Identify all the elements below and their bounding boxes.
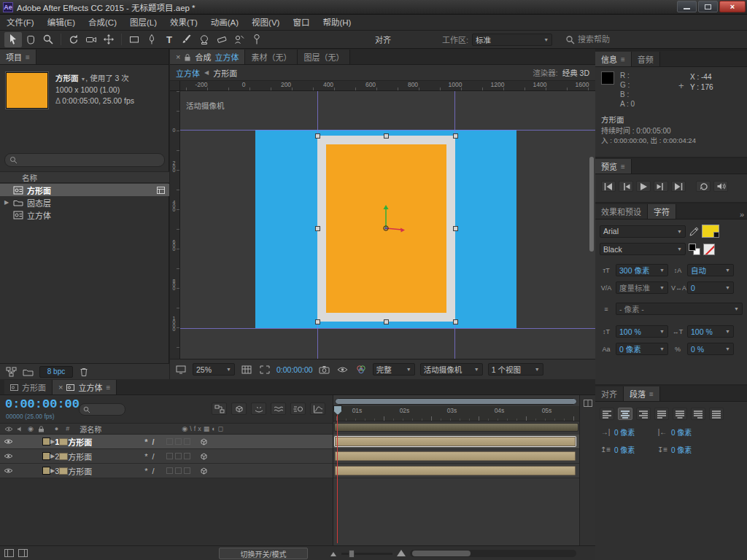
tab-timeline-active[interactable]: × 立方体 ≡ xyxy=(53,380,117,394)
frame-blend-switch[interactable] xyxy=(175,438,182,445)
panel-menu-icon[interactable]: ≡ xyxy=(106,384,110,392)
layer-duration-bar[interactable] xyxy=(335,466,576,475)
close-button[interactable]: × xyxy=(719,1,746,12)
new-folder-icon[interactable] xyxy=(23,368,34,376)
align-center-icon[interactable] xyxy=(618,408,632,420)
shy-icon[interactable] xyxy=(251,402,266,415)
project-flowchart-icon[interactable] xyxy=(6,367,17,377)
help-search-input[interactable] xyxy=(578,35,643,44)
toggle-switches-pane-icon[interactable] xyxy=(4,549,14,557)
lock-icon[interactable] xyxy=(184,53,191,61)
previous-frame-button[interactable] xyxy=(619,181,633,192)
rectangle-tool-icon[interactable] xyxy=(125,32,143,47)
project-row-folder[interactable]: ▶ 固态层 xyxy=(0,196,169,209)
panel-menu-icon[interactable]: ≡ xyxy=(621,163,625,171)
always-preview-icon[interactable] xyxy=(174,364,187,376)
selection-handle[interactable] xyxy=(315,133,320,139)
menu-item[interactable]: 视图(V) xyxy=(245,15,286,31)
layer-label-swatch[interactable] xyxy=(42,438,50,446)
3d-layer-switch-icon[interactable] xyxy=(199,467,209,475)
workspace-dropdown[interactable]: 标准▼ xyxy=(472,34,552,46)
magnification-dropdown[interactable]: 25%▼ xyxy=(193,363,235,376)
font-size-dropdown[interactable]: 300 像素▼ xyxy=(616,264,668,276)
last-frame-button[interactable] xyxy=(671,181,686,192)
panel-menu-icon[interactable]: ≡ xyxy=(649,390,654,398)
align-right-icon[interactable] xyxy=(636,408,651,420)
layer-duration-bar[interactable] xyxy=(335,451,576,461)
show-snapshot-icon[interactable] xyxy=(336,364,349,376)
units-dropdown[interactable]: - 像素 -▼ xyxy=(616,303,743,315)
frame-blend-icon[interactable] xyxy=(271,402,286,415)
menu-item[interactable]: 帮助(H) xyxy=(316,15,357,31)
tab-audio[interactable]: 音频 xyxy=(632,52,660,66)
space-before-value[interactable]: 0 像素 xyxy=(614,444,654,455)
menu-item[interactable]: 合成(C) xyxy=(82,15,123,31)
3d-layer-switch-icon[interactable] xyxy=(199,438,209,446)
time-ruler[interactable]: 01s02s03s04s05s xyxy=(333,406,579,421)
indent-right-value[interactable]: 0 像素 xyxy=(671,427,711,438)
close-tab-icon[interactable]: × xyxy=(176,52,180,61)
justify-last-right-icon[interactable] xyxy=(691,408,705,420)
zoom-in-mountain-icon[interactable] xyxy=(396,548,407,557)
maximize-button[interactable] xyxy=(698,1,718,12)
scrollbar-thumb[interactable] xyxy=(412,551,471,556)
channels-icon[interactable] xyxy=(355,364,368,376)
source-name-column-header[interactable]: 源名称 xyxy=(80,424,101,435)
effect-switch[interactable] xyxy=(166,453,173,459)
effect-switch[interactable] xyxy=(166,438,173,445)
font-family-dropdown[interactable]: Arial▼ xyxy=(600,225,686,238)
justify-all-icon[interactable] xyxy=(709,408,724,420)
rotate-tool-icon[interactable] xyxy=(65,32,82,47)
minimize-button[interactable] xyxy=(677,1,697,12)
selection-tool-icon[interactable] xyxy=(4,32,22,47)
menu-item[interactable]: 动画(A) xyxy=(204,15,245,31)
eye-icon[interactable] xyxy=(4,467,13,474)
align-panel-button[interactable]: 对齐 xyxy=(375,34,391,45)
selection-handle[interactable] xyxy=(384,133,389,139)
motion-blur-icon[interactable] xyxy=(290,402,306,415)
camera-view-dropdown[interactable]: 活动摄像机▼ xyxy=(420,363,483,376)
timeline-timecode[interactable]: 0:00:00:00 xyxy=(5,397,80,411)
menu-item[interactable]: 效果(T) xyxy=(163,15,204,31)
timeline-horizontal-scrollbar[interactable] xyxy=(410,550,576,557)
tab-composition[interactable]: × 合成 立方体 xyxy=(170,50,245,64)
clone-stamp-tool-icon[interactable] xyxy=(196,32,213,47)
3d-layer-switch-icon[interactable] xyxy=(199,452,209,461)
grid-guides-icon[interactable] xyxy=(240,364,253,376)
layer-row[interactable]: ▶ 3 方形面 * / xyxy=(0,464,333,478)
vertical-scale-dropdown[interactable]: 100 %▼ xyxy=(616,325,668,338)
comp-timecode[interactable]: 0:00:00:00 xyxy=(276,365,313,374)
fill-color-swatch[interactable] xyxy=(702,225,719,238)
project-row-composition[interactable]: 方形面 xyxy=(0,184,169,196)
hand-tool-icon[interactable] xyxy=(22,32,39,47)
current-time-indicator-line[interactable] xyxy=(337,414,338,543)
layer-label-swatch[interactable] xyxy=(42,467,50,475)
tab-project[interactable]: 项目≡ xyxy=(0,50,36,64)
resolution-dropdown[interactable]: 完整▼ xyxy=(373,363,415,376)
comp-mini-map-icon[interactable] xyxy=(584,400,592,407)
next-frame-button[interactable] xyxy=(654,181,668,192)
roto-brush-tool-icon[interactable] xyxy=(231,32,248,47)
selection-handle[interactable] xyxy=(453,133,458,139)
collapse-transformations-icon[interactable]: * xyxy=(144,467,147,475)
selection-handle[interactable] xyxy=(453,319,458,324)
quality-icon[interactable]: / xyxy=(152,467,155,475)
close-tab-icon[interactable]: × xyxy=(58,383,63,392)
audio-mute-icon[interactable] xyxy=(713,181,728,192)
selection-handle[interactable] xyxy=(384,319,389,324)
justify-last-left-icon[interactable] xyxy=(654,408,669,420)
selection-handle[interactable] xyxy=(315,226,320,231)
menu-item[interactable]: 图层(L) xyxy=(123,15,163,31)
timeline-search-input[interactable] xyxy=(93,405,119,413)
motion-blur-switch[interactable] xyxy=(184,467,190,474)
type-tool-icon[interactable]: T xyxy=(160,32,178,47)
pen-tool-icon[interactable] xyxy=(143,32,160,47)
leading-dropdown[interactable]: 自动▼ xyxy=(687,264,734,276)
timeline-zoom-thumb[interactable] xyxy=(349,550,355,558)
frame-blend-switch[interactable] xyxy=(175,467,182,474)
draft-3d-icon[interactable] xyxy=(231,402,247,415)
region-of-interest-icon[interactable] xyxy=(258,364,271,376)
no-stroke-swatch[interactable] xyxy=(703,244,715,255)
project-row-composition[interactable]: 立方体 xyxy=(0,209,169,221)
eyedropper-icon[interactable] xyxy=(689,226,699,236)
